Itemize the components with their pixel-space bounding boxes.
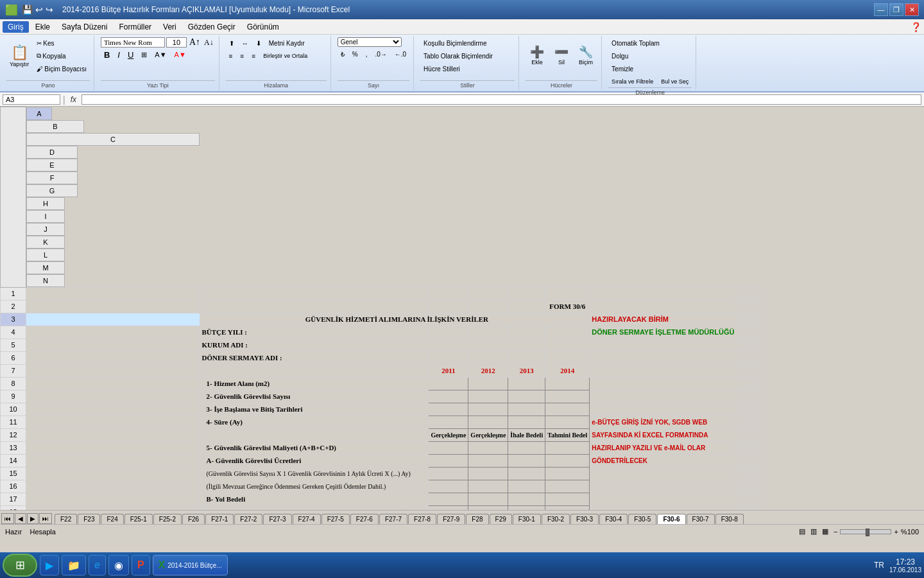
cell-E11[interactable] [468, 416, 508, 428]
sheet-tab-F30-6[interactable]: F30-6 [657, 514, 685, 524]
cell-N18[interactable] [759, 505, 764, 510]
menu-veri[interactable]: Veri [158, 21, 182, 33]
cell-I12[interactable] [737, 428, 741, 441]
cell-A18[interactable] [26, 505, 200, 510]
cell-I3[interactable] [737, 313, 741, 326]
kopyala-btn[interactable]: ⧉ Kopyala [33, 50, 90, 62]
cell-K10[interactable] [746, 403, 750, 416]
cell-H9[interactable] [590, 390, 737, 403]
cell-B18[interactable] [200, 505, 204, 510]
cell-M13[interactable] [755, 441, 759, 454]
menu-gozden-gecir[interactable]: Gözden Geçir [183, 21, 241, 33]
cell-H12[interactable]: SAYFASINDA Kİ EXCEL FORMATINDA [590, 428, 737, 441]
cell-B13[interactable] [200, 441, 204, 454]
cell-C2[interactable] [204, 300, 429, 313]
align-center-btn[interactable]: ≡ [237, 50, 248, 62]
cell-B6[interactable]: DÖNER SERMAYE ADI : [200, 351, 429, 364]
cell-M11[interactable] [755, 416, 759, 428]
sheet-tab-F30-5[interactable]: F30-5 [628, 514, 656, 524]
cell-A17[interactable] [26, 493, 200, 505]
cell-E1[interactable] [468, 287, 508, 300]
cell-A10[interactable] [26, 403, 200, 416]
merge-center-btn[interactable]: Birleştir ve Ortala [260, 50, 311, 62]
cell-H1[interactable] [590, 287, 737, 300]
cell-J17[interactable] [741, 493, 746, 505]
zoom-out-btn[interactable]: − [834, 528, 837, 536]
cell-E4[interactable] [468, 326, 508, 338]
cell-E16[interactable] [468, 480, 508, 493]
cell-L11[interactable] [750, 416, 755, 428]
cell-I18[interactable] [737, 505, 741, 510]
font-size-decrease-btn[interactable]: A↓ [203, 38, 215, 48]
cell-F14[interactable] [508, 454, 545, 467]
menu-sayfa-duzeni[interactable]: Sayfa Düzeni [56, 21, 112, 33]
cell-N4[interactable] [759, 326, 764, 338]
cell-H5[interactable] [590, 338, 737, 351]
cell-A13[interactable] [26, 441, 200, 454]
cell-G18[interactable] [545, 505, 590, 510]
cell-I16[interactable] [737, 480, 741, 493]
undo-quick-btn[interactable]: ↩ [35, 4, 43, 15]
row-num-4[interactable]: 4 [1, 326, 26, 338]
cell-M6[interactable] [755, 351, 759, 364]
cell-N15[interactable] [759, 467, 764, 480]
cell-D9[interactable] [429, 390, 468, 403]
start-button[interactable]: ⊞ [3, 554, 37, 577]
tab-last-btn[interactable]: ⏭ [39, 513, 52, 524]
align-bottom-btn[interactable]: ⬇ [253, 37, 264, 49]
find-select-btn[interactable]: Bul ve Seç [658, 76, 692, 87]
cell-M4[interactable] [755, 326, 759, 338]
col-header-N[interactable]: N [26, 274, 65, 287]
taskbar-excel[interactable]: X 2014-2016 Bütçe... [153, 555, 228, 575]
cell-J5[interactable] [741, 338, 746, 351]
sheet-tab-F23[interactable]: F23 [78, 514, 100, 524]
main-spreadsheet[interactable]: A B C D E F G H I J K L M N [0, 107, 924, 510]
cell-J4[interactable] [741, 326, 746, 338]
row-num-12[interactable]: 12 [1, 428, 26, 441]
cell-G14[interactable] [545, 454, 590, 467]
cell-A9[interactable] [26, 390, 200, 403]
cell-N10[interactable] [759, 403, 764, 416]
taskbar-media-player[interactable]: ▶ [40, 555, 59, 575]
cell-F12[interactable]: İhale Bedeli [508, 428, 545, 441]
cell-C1[interactable] [204, 287, 429, 300]
sheet-tab-F27-1[interactable]: F27-1 [205, 514, 234, 524]
cell-H6[interactable] [590, 351, 737, 364]
cell-F8[interactable] [508, 377, 545, 390]
tab-prev-btn[interactable]: ◀ [15, 513, 26, 524]
cell-C8[interactable]: 1- Hizmet Alanı (m2) [204, 377, 429, 390]
col-header-H[interactable]: H [26, 197, 65, 210]
cell-E6[interactable] [468, 351, 508, 364]
cell-N16[interactable] [759, 480, 764, 493]
row-num-8[interactable]: 8 [1, 377, 26, 390]
cell-D10[interactable] [429, 403, 468, 416]
row-num-14[interactable]: 14 [1, 454, 26, 467]
cell-A16[interactable] [26, 480, 200, 493]
sheet-tab-F30-4[interactable]: F30-4 [599, 514, 628, 524]
row-num-13[interactable]: 13 [1, 441, 26, 454]
cell-C13[interactable]: 5- Güvenlik Görevlisi Maliyeti (A+B+C+D) [204, 441, 429, 454]
cell-A14[interactable] [26, 454, 200, 467]
cell-M5[interactable] [755, 338, 759, 351]
cell-L6[interactable] [750, 351, 755, 364]
decimal-decrease-btn[interactable]: ←.0 [391, 48, 409, 60]
row-num-2[interactable]: 2 [1, 300, 26, 313]
cell-J16[interactable] [741, 480, 746, 493]
cell-D11[interactable] [429, 416, 468, 428]
cell-L1[interactable] [750, 287, 755, 300]
cell-M9[interactable] [755, 390, 759, 403]
cell-D8[interactable] [429, 377, 468, 390]
sheet-tab-F25-1[interactable]: F25-1 [124, 514, 153, 524]
cell-M1[interactable] [755, 287, 759, 300]
cell-M12[interactable] [755, 428, 759, 441]
clear-btn[interactable]: Temizle [608, 63, 692, 74]
cell-A2[interactable] [26, 300, 200, 313]
cell-B17[interactable] [200, 493, 204, 505]
align-right-btn[interactable]: ≡ [248, 50, 259, 62]
cell-D5[interactable] [429, 338, 468, 351]
cell-N17[interactable] [759, 493, 764, 505]
sort-filter-btn[interactable]: Sırala ve Filtrele [608, 76, 656, 87]
row-num-15[interactable]: 15 [1, 467, 26, 480]
cell-G9[interactable] [545, 390, 590, 403]
cell-H17[interactable] [590, 493, 737, 505]
